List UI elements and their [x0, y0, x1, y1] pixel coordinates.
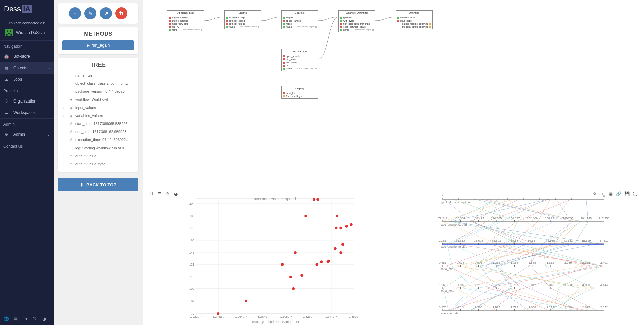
tree-item-text: workflow [Workflow] [75, 97, 108, 101]
sidebar-item-organization[interactable]: ⚇ Organization [0, 95, 54, 107]
tree-item[interactable]: ›◉input_values [62, 104, 134, 112]
add-button[interactable]: + [69, 7, 81, 19]
nav-section-navigation: Navigation [0, 40, 54, 51]
tree-type-icon: I [69, 90, 73, 93]
port-dot [429, 23, 431, 25]
svg-text:1.812: 1.812 [547, 261, 554, 265]
port-label: gearbox [343, 16, 352, 19]
port-dot [169, 20, 171, 22]
sidebar-item-jobs[interactable]: ☁ Jobs [0, 74, 54, 85]
svg-text:116: 116 [189, 275, 194, 279]
edit-icon[interactable]: ✎ [165, 191, 170, 196]
node-title: Optimize [396, 11, 432, 15]
share-button[interactable]: ↗ [100, 7, 112, 19]
svg-point-61 [304, 215, 307, 217]
methods-card: METHODS ▶ run_again [58, 27, 138, 54]
workflow-node-gbx[interactable]: Gearboxenginespeed_rangesratiosnameInsta… [281, 10, 318, 29]
plus-icon[interactable]: + [600, 191, 605, 196]
port-dot [340, 26, 342, 28]
node-port: setpoint_torque [226, 22, 259, 25]
port-label: model at output optimize [402, 26, 428, 28]
workflow-node-eff[interactable]: Efficiency Mapengine_speedsengine_torque… [167, 10, 204, 32]
tree-item-text: log: Starting workflow run at 0… [75, 146, 128, 150]
scatter-plot[interactable]: 72871021161311451601751892041.222e-71.24… [147, 189, 393, 324]
tree-item: Ipackage_version: 0.4.4.dev26 [62, 87, 134, 95]
back-label: BACK TO TOP [86, 182, 116, 187]
sidebar-item-workspaces[interactable]: ☁ Workspaces [0, 107, 54, 118]
svg-text:2.039: 2.039 [564, 261, 572, 265]
globe-icon[interactable]: 🌐 [4, 316, 9, 321]
linkedin-icon[interactable]: in [23, 316, 28, 321]
sidebar-item-label: Organization [13, 99, 36, 104]
port-dot [226, 17, 228, 19]
tree-item[interactable]: ›◉workflow [Workflow] [62, 95, 134, 104]
node-port: tire_radius [283, 61, 317, 64]
workflow-node-disp[interactable]: Displayinput_listPareto settings [281, 86, 318, 99]
tree-item: Ilog: Starting workflow run at 0… [62, 144, 134, 152]
gauge-icon[interactable]: ◕ [173, 191, 178, 196]
workflow-node-optz[interactable]: Optimizemodel at inputmax_loopsmethod re… [396, 10, 433, 29]
svg-point-56 [341, 243, 344, 246]
port-label: max_loops [400, 19, 412, 22]
nav-section-contact: Contact us [0, 140, 54, 151]
grid4-icon[interactable]: ▦ [608, 191, 613, 196]
svg-text:2.212: 2.212 [547, 306, 554, 309]
org-icon: ⚇ [3, 98, 9, 104]
tree-item: #end_time: 1617368162.959923 [62, 128, 134, 136]
svg-point-60 [350, 223, 353, 226]
svg-text:2.493: 2.493 [600, 261, 608, 265]
book-icon[interactable]: ▤ [13, 316, 18, 321]
svg-point-46 [289, 276, 292, 278]
svg-text:217.256: 217.256 [599, 217, 610, 220]
svg-rect-3 [8, 33, 10, 34]
move-icon[interactable]: ✥ [592, 191, 597, 196]
tree-item[interactable]: ›≡output_value_type [62, 160, 134, 168]
sidebar-item-objects[interactable]: ▦ Objects ⌄ [0, 62, 54, 74]
sidebar: DessIA You are connected as: Wirajan DaS… [0, 0, 54, 325]
edit-button[interactable]: ✎ [84, 7, 96, 19]
workflow-node-wltp[interactable]: WLTP Cyclecycle_speedscar_masstire_radiu… [281, 49, 318, 71]
port-label: name [343, 29, 349, 31]
workflow-node-opt[interactable]: Gearbox Optimizergearboxwltp_cyclefirst_… [338, 10, 375, 32]
port-label: setpoint_speed [229, 19, 245, 22]
svg-point-54 [339, 251, 342, 254]
svg-text:0.678: 0.678 [457, 261, 465, 265]
svg-text:1.367e-: 1.367e- [349, 315, 359, 318]
svg-text:1.665: 1.665 [439, 283, 447, 287]
sidebar-item-botstore[interactable]: 🤖 Bot-store [0, 51, 54, 62]
port-dot [340, 23, 342, 25]
link-icon[interactable]: 🔗 [616, 191, 621, 196]
port-dot [283, 58, 285, 60]
nav-section-projects: Projects [0, 85, 54, 95]
svg-point-43 [217, 312, 219, 315]
sidebar-item-label: Bot-store [13, 54, 30, 59]
grid-icon[interactable]: ⠿ [149, 191, 154, 196]
fullscreen-icon[interactable]: ⛶ [633, 191, 637, 196]
port-label: engine [286, 16, 293, 19]
svg-text:1.593: 1.593 [493, 306, 500, 309]
workflow-canvas[interactable]: Efficiency Mapengine_speedsengine_torque… [147, 0, 640, 187]
play-icon: ▶ [87, 43, 90, 48]
workflow-node-eng[interactable]: Engineefficiency_mapsetpoint_speedsetpoi… [224, 10, 261, 29]
twitter-icon[interactable]: 𝕏 [32, 316, 37, 321]
tree-item[interactable]: ›◉variables_values [62, 112, 134, 120]
tree-item-text: object_class: dessia_common… [75, 81, 128, 85]
tree-item-text: end_time: 1617368162.959923 [75, 130, 126, 134]
parallel-plot[interactable]: 00ge_fuel_consumption72.24988.361104.473… [393, 189, 640, 324]
run-again-button[interactable]: ▶ run_again [62, 40, 134, 50]
github-icon[interactable]: ◑ [42, 316, 46, 321]
svg-text:39.567: 39.567 [528, 239, 537, 242]
svg-text:1.94: 1.94 [458, 283, 464, 287]
svg-text:41.555: 41.555 [546, 239, 555, 242]
delete-button[interactable]: 🗑 [115, 7, 127, 19]
sidebar-item-admin[interactable]: ⚙ Admin ⌄ [0, 129, 54, 140]
port-label: mass_flow_rate [172, 23, 188, 25]
port-dot [429, 26, 431, 28]
list-icon[interactable]: ☰ [157, 191, 162, 196]
save-icon[interactable]: 💾 [625, 191, 629, 196]
tree-item[interactable]: ›≡output_value [62, 152, 134, 160]
node-port: model at input [397, 16, 431, 19]
port-dot [226, 26, 228, 28]
social-links: 🌐 ▤ in 𝕏 ◑ [0, 312, 54, 325]
back-to-top-button[interactable]: ⬆ BACK TO TOP [58, 178, 138, 191]
